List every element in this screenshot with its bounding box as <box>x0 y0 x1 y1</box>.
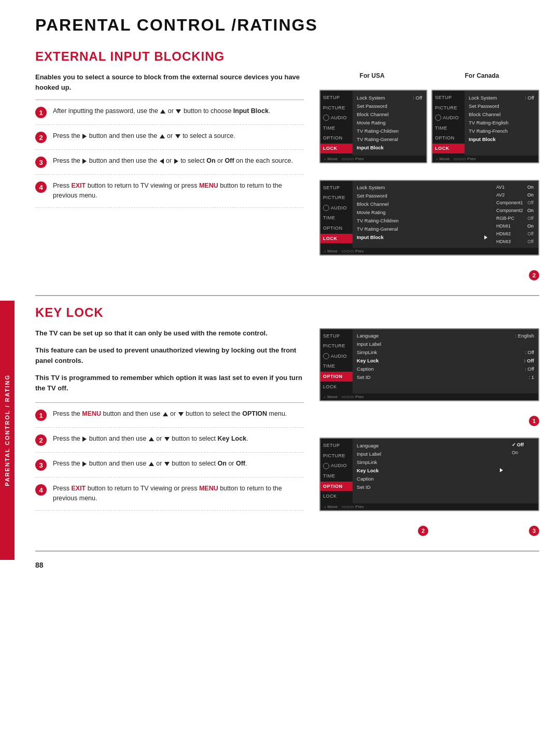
kl-menu-set-id: Set ID: 1 <box>357 373 534 382</box>
key-lock-desc-1: The TV can be set up so that it can only… <box>35 328 304 339</box>
key-lock-step-1: 1 Press the MENU button and then use or … <box>35 402 304 428</box>
kl-sidebar-audio: AUDIO <box>320 351 353 361</box>
sidebar-picture: PICTURE <box>320 103 353 113</box>
kl2-key-lock: Key Lock <box>357 466 503 474</box>
kl-menu-language: Language: English <box>357 332 534 340</box>
kl-sidebar-time: TIME <box>320 361 353 371</box>
menu-input-block-2: Input Block <box>357 233 487 242</box>
kl-step-text-4: Press EXIT button to return to TV viewin… <box>53 484 304 504</box>
step-text-1: After inputting the password, use the or… <box>53 106 270 116</box>
sidebar-lock-2: LOCK <box>320 234 353 244</box>
menu-usa: SETUP PICTURE AUDIO TIME OPTION LOCK Loc… <box>319 90 427 163</box>
menu-set-password: Set Password <box>357 102 422 110</box>
key-lock-title: KEY LOCK <box>35 305 539 320</box>
menu-footer-ca: ⬦ Move▭▭▭ Prev <box>432 156 538 162</box>
for-canada-label: For Canada <box>465 72 499 79</box>
key-lock-desc-2: This feature can be used to prevent unau… <box>35 345 304 365</box>
sub-av1: AV1On <box>495 184 535 191</box>
menu-block-ch-2: Block Channel <box>357 200 487 208</box>
sub-component1: Component1Off <box>495 199 535 206</box>
menu-movie-rating: Movie Rating <box>357 118 422 126</box>
badge-2: 2 <box>529 270 539 280</box>
external-input-blocking-title: EXTERNAL INPUT BLOCKING <box>35 49 539 64</box>
menu-lock-sys-2: Lock System <box>357 184 487 192</box>
external-step-4: 4 Press EXIT button to return to TV view… <box>35 175 304 208</box>
step-num-2: 2 <box>35 132 47 143</box>
kl-step-num-3: 3 <box>35 459 47 471</box>
kl2-sidebar-lock: LOCK <box>320 491 353 501</box>
menu-keylock-sub: SETUP PICTURE AUDIO TIME OPTION LOCK Lan… <box>319 438 539 511</box>
step-num-1: 1 <box>35 107 47 118</box>
bottom-divider <box>35 551 539 552</box>
kl2-caption: Caption <box>357 474 503 483</box>
key-lock-step-4: 4 Press EXIT button to return to TV view… <box>35 477 304 511</box>
kl2-set-id: Set ID <box>357 483 503 491</box>
key-lock-section: KEY LOCK The TV can be set up so that it… <box>35 305 539 539</box>
sidebar-audio-ca: AUDIO <box>432 113 465 123</box>
page-number: 88 <box>35 561 539 569</box>
menu-tv-french: TV Rating-French <box>469 126 534 135</box>
step-text-3: Press the button and then use the or to … <box>53 156 293 166</box>
external-step-1: 1 After inputting the password, use the … <box>35 100 304 125</box>
step-text-4: Press EXIT button to return to TV viewin… <box>53 181 304 201</box>
badge-row-1: 1 <box>319 415 539 426</box>
for-usa-label: For USA <box>360 72 385 79</box>
kl2-sidebar-time: TIME <box>320 471 353 481</box>
menu-canada: SETUP PICTURE AUDIO TIME OPTION LOCK Loc… <box>431 90 539 163</box>
menu-tv-general: TV Rating-General <box>357 135 422 143</box>
badge-1: 1 <box>529 416 539 426</box>
kl-step-num-4: 4 <box>35 484 47 496</box>
badge-row-2: 2 <box>319 269 539 280</box>
badge-row-23: 2 3 <box>319 525 539 536</box>
sidebar-time: TIME <box>320 123 353 133</box>
sub-component2: Component2On <box>495 207 535 214</box>
key-lock-right: SETUP PICTURE AUDIO TIME OPTION LOCK Lan… <box>319 328 539 539</box>
kl-sidebar-picture: PICTURE <box>320 341 353 351</box>
key-lock-step-2: 2 Press the button and then use or butto… <box>35 428 304 453</box>
kl-step-text-2: Press the button and then use or button … <box>53 434 248 444</box>
sidebar-picture-2: PICTURE <box>320 193 353 203</box>
kl-step-num-1: 1 <box>35 410 47 421</box>
external-step-2: 2 Press the button and then use the or t… <box>35 125 304 150</box>
kl2-sidebar-setup: SETUP <box>320 441 353 451</box>
sub-hdmi2: HDMI2Off <box>495 230 535 237</box>
sidebar-picture-ca: PICTURE <box>432 103 465 113</box>
kl-sidebar-option: OPTION <box>320 372 353 382</box>
sidebar-setup: SETUP <box>320 93 353 103</box>
sub-rgbpc: RGB-PCOff <box>495 215 535 222</box>
kl-menu-footer-2: ⬦ Move▭▭▭ Prev <box>320 503 538 510</box>
menu-set-pwd-2: Set Password <box>357 192 487 200</box>
key-lock-left: The TV can be set up so that it can only… <box>35 328 304 539</box>
kl2-sidebar-audio: AUDIO <box>320 461 353 471</box>
kl-sidebar-setup: SETUP <box>320 331 353 341</box>
menu-block-channel-ca: Block Channel <box>469 110 534 118</box>
menu-movie-2: Movie Rating <box>357 208 487 217</box>
menu-option-kl: SETUP PICTURE AUDIO TIME OPTION LOCK Lan… <box>319 328 539 402</box>
external-input-blocking-section: EXTERNAL INPUT BLOCKING Enables you to s… <box>35 49 539 284</box>
page-title: PARENTAL CONTROL /RATINGS <box>35 16 539 35</box>
kl-step-num-2: 2 <box>35 434 47 446</box>
step-text-2: Press the button and then use the or to … <box>53 131 235 141</box>
menu-sub-panel: AV1On AV2On Component1Off Component2On R… <box>492 181 538 248</box>
kl-menu-simplink: SimpLink: Off <box>357 348 534 357</box>
sub-hdmi3: HDMI3Off <box>495 238 535 245</box>
sidebar-label: PARENTAL CONTROL / RATING <box>0 301 15 560</box>
sidebar-audio: AUDIO <box>320 113 353 123</box>
external-input-blocking-right: For USA For Canada SETUP PICTURE AUDIO T… <box>319 72 539 284</box>
external-intro-text: Enables you to select a source to block … <box>35 72 304 92</box>
kl2-input-label: Input Label <box>357 449 503 458</box>
kl-sub-off: ✓Off <box>510 441 535 448</box>
external-input-blocking-left: Enables you to select a source to block … <box>35 72 304 284</box>
kl-menu-key-lock: Key Lock: Off <box>357 357 534 365</box>
menu-lock-system-ca: Lock System: Off <box>469 93 534 102</box>
sidebar-option-2: OPTION <box>320 223 353 233</box>
sidebar-lock-ca: LOCK <box>432 144 465 153</box>
sidebar-lock: LOCK <box>320 144 353 153</box>
section-divider <box>35 295 539 296</box>
kl-menu-input-label: Input Label <box>357 340 534 348</box>
kl-step-text-3: Press the button and then use or button … <box>53 459 247 469</box>
menu-footer-usa: ⬦ Move▭▭▭ Prev <box>320 156 426 162</box>
menu-tv-gen-2: TV Rating-General <box>357 225 487 233</box>
kl-sidebar-lock: LOCK <box>320 382 353 392</box>
sidebar-time-ca: TIME <box>432 123 465 133</box>
